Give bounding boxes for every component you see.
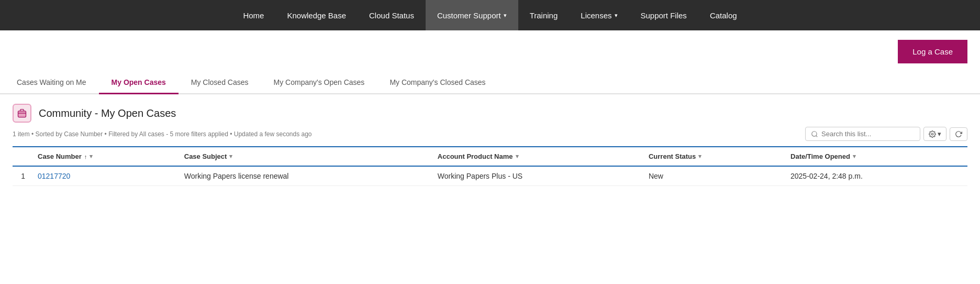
col-case-number[interactable]: Case Number ↑ ▾ — [31, 147, 178, 166]
cell-case-subject: Working Papers license renewal — [178, 166, 431, 186]
meta-text: 1 item • Sorted by Case Number • Filtere… — [13, 130, 312, 138]
svg-point-4 — [931, 133, 933, 135]
col-datetime-opened[interactable]: Date/Time Opened ▾ — [784, 147, 967, 166]
search-box[interactable] — [805, 127, 920, 141]
refresh-icon — [955, 130, 962, 138]
main-content: Community - My Open Cases 1 item • Sorte… — [0, 94, 980, 186]
col-filter-icon-3[interactable]: ▾ — [516, 153, 519, 160]
cell-datetime-opened: 2025-02-24, 2:48 p.m. — [784, 166, 967, 186]
cell-account-product-name: Working Papers Plus - US — [431, 166, 642, 186]
tabs-bar: Cases Waiting on MeMy Open CasesMy Close… — [0, 73, 980, 94]
tab-my-open-cases[interactable]: My Open Cases — [99, 73, 179, 94]
search-icon — [811, 130, 818, 138]
nav-item-training[interactable]: Training — [518, 0, 570, 30]
case-number-link[interactable]: 01217720 — [38, 172, 70, 180]
table-header-row: Case Number ↑ ▾ Case Subject ▾ Account P… — [13, 147, 967, 166]
nav-item-customer-support[interactable]: Customer Support▾ — [426, 0, 518, 30]
meta-controls: ▾ — [805, 127, 967, 141]
chevron-down-icon: ▾ — [615, 12, 618, 19]
section-header: Community - My Open Cases — [13, 104, 967, 123]
cell-case-number: 01217720 — [31, 166, 178, 186]
gear-icon — [929, 130, 936, 138]
tab-company-open-cases[interactable]: My Company's Open Cases — [261, 73, 377, 94]
svg-line-3 — [816, 135, 818, 137]
nav-item-home[interactable]: Home — [231, 0, 275, 30]
briefcase-icon — [17, 108, 27, 118]
col-filter-icon-2[interactable]: ▾ — [229, 153, 232, 160]
svg-rect-0 — [18, 111, 26, 117]
col-case-subject[interactable]: Case Subject ▾ — [178, 147, 431, 166]
nav-item-catalog[interactable]: Catalog — [698, 0, 749, 30]
refresh-button[interactable] — [950, 127, 967, 141]
col-filter-icon[interactable]: ▾ — [90, 153, 93, 160]
nav-item-cloud-status[interactable]: Cloud Status — [358, 0, 426, 30]
log-case-button[interactable]: Log a Case — [898, 40, 967, 63]
sort-asc-icon: ↑ — [84, 154, 87, 160]
nav-item-knowledge-base[interactable]: Knowledge Base — [275, 0, 358, 30]
settings-button[interactable]: ▾ — [923, 127, 946, 141]
table-row: 101217720Working Papers license renewalW… — [13, 166, 967, 186]
tab-company-closed-cases[interactable]: My Company's Closed Cases — [377, 73, 498, 94]
col-filter-icon-4[interactable]: ▾ — [698, 153, 701, 160]
cases-table: Case Number ↑ ▾ Case Subject ▾ Account P… — [13, 146, 967, 186]
nav-item-support-files[interactable]: Support Files — [629, 0, 698, 30]
col-current-status[interactable]: Current Status ▾ — [642, 147, 784, 166]
main-nav: HomeKnowledge BaseCloud StatusCustomer S… — [0, 0, 980, 30]
tab-my-closed-cases[interactable]: My Closed Cases — [179, 73, 261, 94]
svg-point-2 — [812, 131, 817, 136]
section-icon — [13, 104, 31, 123]
chevron-down-icon: ▾ — [504, 12, 507, 19]
settings-chevron: ▾ — [938, 130, 941, 138]
cell-current-status: New — [642, 166, 784, 186]
col-filter-icon-5[interactable]: ▾ — [853, 153, 856, 160]
tab-waiting-on-me[interactable]: Cases Waiting on Me — [4, 73, 99, 94]
section-title: Community - My Open Cases — [39, 107, 176, 119]
nav-item-licenses[interactable]: Licenses▾ — [569, 0, 629, 30]
search-input[interactable] — [821, 130, 915, 138]
col-row-num — [13, 147, 31, 166]
col-account-product-name[interactable]: Account Product Name ▾ — [431, 147, 642, 166]
top-actions-bar: Log a Case — [0, 30, 980, 73]
meta-row: 1 item • Sorted by Case Number • Filtere… — [13, 127, 967, 141]
row-number: 1 — [13, 166, 31, 186]
